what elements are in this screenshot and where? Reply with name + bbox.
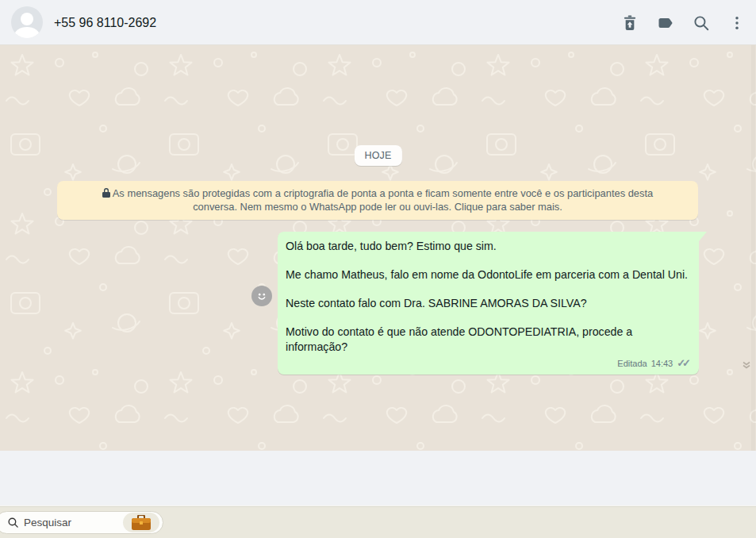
trash-icon [621, 14, 639, 32]
encryption-notice-text: As mensagens são protegidas com a cripto… [113, 187, 653, 213]
chat-scroll-area[interactable]: HOJE As mensagens são protegidas com a c… [0, 45, 756, 451]
search-in-chat-button[interactable] [692, 13, 711, 33]
label-icon [656, 13, 675, 33]
message-paragraph: Me chamo Matheus, falo em nome da Odonto… [286, 267, 691, 282]
message-time: 14:43 [651, 359, 673, 368]
taskbar-search-box[interactable] [0, 511, 163, 534]
date-divider: HOJE [354, 145, 401, 166]
smiley-icon [255, 289, 269, 303]
delivered-ticks-icon: ✓✓ [677, 357, 691, 369]
react-emoji-button[interactable] [251, 286, 272, 306]
kebab-menu-icon [729, 14, 745, 32]
message-paragraph: Motivo do contato é que não atende ODONT… [286, 325, 691, 355]
lock-icon [102, 188, 110, 198]
windows-taskbar [0, 505, 756, 538]
bubble-tail [699, 232, 707, 241]
message-paragraph: Neste contato falo com Dra. SABRINE AMOR… [286, 296, 691, 311]
edited-label: Editada [617, 359, 647, 368]
whatsapp-window: HOJE As mensagens são protegidas com a c… [0, 0, 756, 538]
search-highlight-image[interactable] [123, 513, 159, 532]
message-composer [0, 451, 756, 505]
header-actions [620, 0, 746, 45]
chat-scrollbar[interactable] [751, 45, 755, 451]
message-paragraph: Olá boa tarde, tudo bem? Estimo que sim. [286, 239, 691, 254]
taskbar-search-input[interactable] [24, 517, 119, 528]
search-icon [693, 14, 710, 32]
contact-avatar[interactable] [11, 6, 43, 38]
search-icon [7, 517, 19, 528]
delete-chat-button[interactable] [620, 13, 639, 33]
encryption-notice[interactable]: As mensagens são protegidas com a cripto… [57, 181, 698, 220]
contact-phone-number[interactable]: +55 96 8110-2692 [54, 0, 156, 45]
menu-button[interactable] [727, 13, 746, 33]
conversation-header[interactable]: +55 96 8110-2692 [0, 0, 756, 45]
outgoing-message-bubble[interactable]: Olá boa tarde, tudo bem? Estimo que sim.… [278, 232, 699, 375]
briefcase-icon [131, 515, 152, 531]
label-button[interactable] [656, 13, 675, 33]
scroll-down-chevron-icon[interactable] [742, 359, 751, 373]
message-meta: Editada 14:43 ✓✓ [286, 357, 691, 369]
